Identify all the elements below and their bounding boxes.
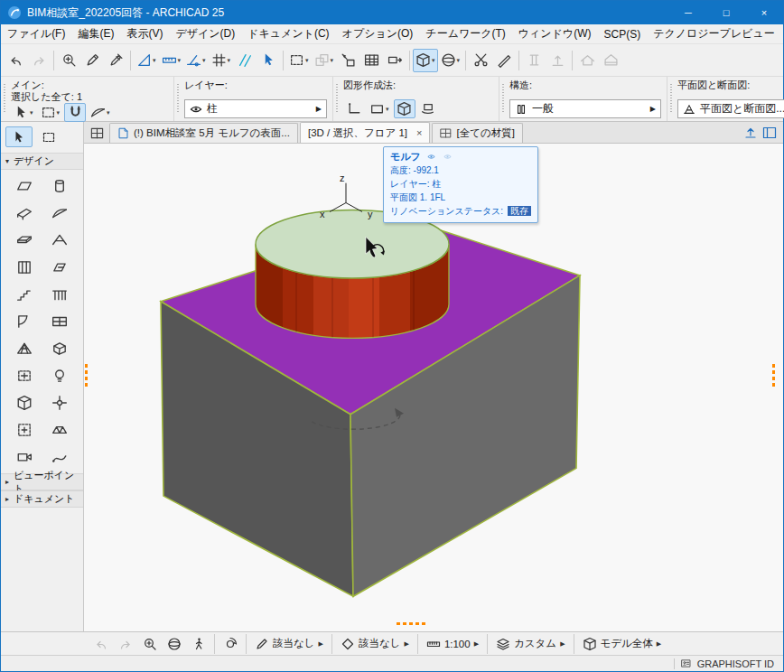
dropdown-caret-icon[interactable]: ▾ — [202, 57, 206, 64]
dropdown-caret-icon[interactable]: ▾ — [228, 57, 231, 64]
orbit-view-button[interactable] — [163, 634, 186, 654]
pickup-parameters-button[interactable] — [80, 49, 104, 72]
column-tool[interactable] — [42, 173, 79, 199]
wall-tool[interactable] — [6, 173, 42, 199]
publish-icon[interactable] — [743, 126, 758, 140]
lamp-tool[interactable] — [42, 363, 79, 388]
scale-selector[interactable]: 1:100 ▶ — [422, 634, 483, 654]
layer-combination-selector[interactable]: カスタム ▶ — [491, 634, 569, 654]
view-forward-button[interactable] — [114, 634, 137, 654]
dropdown-caret-icon[interactable]: ▾ — [57, 109, 61, 117]
dropdown-caret-icon[interactable]: ▾ — [305, 57, 309, 64]
marquee-tool[interactable] — [35, 126, 62, 147]
cursor-snap-button[interactable] — [257, 49, 280, 72]
arrow-tool-options-button[interactable]: ▾ — [11, 103, 36, 122]
curtain-wall-tool[interactable] — [6, 255, 42, 280]
floorplan-display-selector[interactable]: 平面図と断面図... — [677, 99, 784, 118]
dropdown-arrow-icon[interactable]: ▶ — [319, 640, 323, 648]
split-button[interactable] — [469, 49, 492, 72]
select-tool[interactable] — [5, 126, 33, 147]
window-tool[interactable] — [42, 309, 79, 334]
element-schedule-button[interactable] — [359, 49, 383, 72]
story-tools-button[interactable] — [599, 49, 622, 72]
marquee-tool-options-button[interactable]: ▾ — [38, 103, 63, 122]
menu-window[interactable]: ウィンドウ(W) — [512, 24, 598, 43]
dropdown-caret-icon[interactable]: ▾ — [432, 57, 435, 64]
dropdown-arrow-icon[interactable]: ▶ — [650, 105, 656, 113]
menu-file[interactable]: ファイル(F) — [1, 24, 71, 43]
morph-tool[interactable] — [42, 336, 79, 361]
tracker-options-button[interactable]: ▾ — [134, 49, 159, 72]
zoom-in-button[interactable] — [138, 634, 162, 654]
stair-tool[interactable] — [6, 282, 42, 307]
group-options-button[interactable]: ▾ — [312, 49, 337, 72]
camera-tool[interactable] — [6, 444, 42, 470]
railing-tool[interactable] — [42, 282, 79, 307]
minimize-button[interactable]: ─ — [669, 1, 707, 24]
shape-options-button[interactable]: ▾ — [88, 103, 113, 122]
snap-grid-options-button[interactable]: ▾ — [209, 49, 234, 72]
dropdown-caret-icon[interactable]: ▾ — [107, 109, 110, 117]
suspend-groups-button[interactable] — [64, 103, 86, 122]
toolbox-section-viewpoint[interactable]: ▸ ビューポイント — [1, 473, 83, 490]
bottom-dock-handle[interactable] — [397, 622, 427, 625]
dropdown-arrow-icon[interactable]: ▶ — [474, 640, 479, 648]
layer-selector[interactable]: 柱 ▶ — [184, 99, 327, 118]
measure-options-button[interactable]: ▾ — [159, 49, 184, 72]
title-bar[interactable]: BIM相談室_202205回答 - ARCHICAD 25 ─ □ × — [1, 1, 783, 24]
menu-design[interactable]: デザイン(D) — [169, 24, 241, 43]
dropdown-arrow-icon[interactable]: ▶ — [316, 105, 322, 113]
elevation-edit-button[interactable] — [546, 49, 569, 72]
pick-up-button[interactable] — [336, 49, 359, 72]
tab-3d-view[interactable]: [3D / 選択、フロア 1] × — [300, 122, 431, 143]
trim-button[interactable] — [492, 49, 516, 72]
close-button[interactable]: × — [745, 1, 783, 24]
tab-surfaces[interactable]: [全ての材質] — [432, 123, 522, 143]
marquee-options-button[interactable]: ▾ — [286, 49, 312, 72]
slab-tool[interactable] — [6, 228, 42, 253]
menu-teamwork[interactable]: チームワーク(T) — [419, 24, 511, 43]
menu-scp[interactable]: SCP(S) — [598, 24, 648, 43]
explore-model-button[interactable] — [187, 634, 210, 654]
cylinder-element[interactable] — [256, 210, 449, 338]
tab-floorplan[interactable]: (!) BIM相談室 5月 モルフの表面... — [109, 123, 298, 143]
menu-tech-preview[interactable]: テクノロジープレビュー — [647, 24, 781, 43]
orbit-mode-button[interactable] — [219, 634, 242, 654]
roof-tool[interactable] — [42, 228, 79, 253]
dropdown-arrow-icon[interactable]: ▶ — [657, 640, 661, 648]
undo-button[interactable] — [4, 49, 27, 72]
dropdown-caret-icon[interactable]: ▾ — [457, 57, 461, 64]
zone-tool[interactable] — [6, 363, 42, 388]
dropdown-caret-icon[interactable]: ▾ — [178, 57, 182, 64]
menu-options[interactable]: オプション(O) — [336, 24, 420, 43]
revolved-method-button[interactable] — [417, 99, 439, 118]
dropdown-caret-icon[interactable]: ▾ — [30, 109, 33, 117]
3d-projection-button[interactable]: ▾ — [438, 49, 463, 72]
dropdown-arrow-icon[interactable]: ▶ — [560, 640, 565, 648]
maximize-button[interactable]: □ — [707, 1, 745, 24]
spline-tool[interactable] — [42, 444, 79, 470]
snap-point-options-button[interactable]: ▾ — [183, 49, 209, 72]
dropdown-caret-icon[interactable]: ▾ — [153, 57, 156, 64]
structure-filter-selector[interactable]: モデル全体 ▶ — [578, 634, 667, 654]
dropdown-arrow-icon[interactable]: ▶ — [404, 640, 408, 648]
menu-view[interactable]: 表示(V) — [120, 24, 169, 43]
3d-visualization-button[interactable]: ▾ — [413, 49, 438, 72]
dropdown-caret-icon[interactable]: ▾ — [331, 57, 334, 64]
menu-edit[interactable]: 編集(E) — [71, 24, 120, 43]
door-tool[interactable] — [6, 309, 42, 334]
skylight-tool[interactable] — [42, 255, 79, 280]
redo-button[interactable] — [27, 49, 51, 72]
toolbox-section-document[interactable]: ▸ ドキュメント — [1, 490, 83, 508]
inject-parameters-button[interactable] — [104, 49, 127, 72]
truss-tool[interactable] — [42, 417, 79, 443]
guide-lines-button[interactable] — [233, 49, 257, 72]
object-tool[interactable] — [6, 390, 42, 415]
grid-element-tool[interactable] — [42, 390, 79, 415]
polyline-method-button[interactable] — [343, 99, 365, 118]
structure-selector[interactable]: 一般 ▶ — [509, 99, 661, 118]
3d-canvas[interactable]: z x y モルフ 高度: - — [84, 144, 783, 631]
graphic-override-selector[interactable]: 該当なし ▶ — [336, 634, 414, 654]
quad-view-button[interactable] — [86, 124, 107, 142]
rectangle-method-button[interactable]: ▾ — [367, 99, 392, 118]
